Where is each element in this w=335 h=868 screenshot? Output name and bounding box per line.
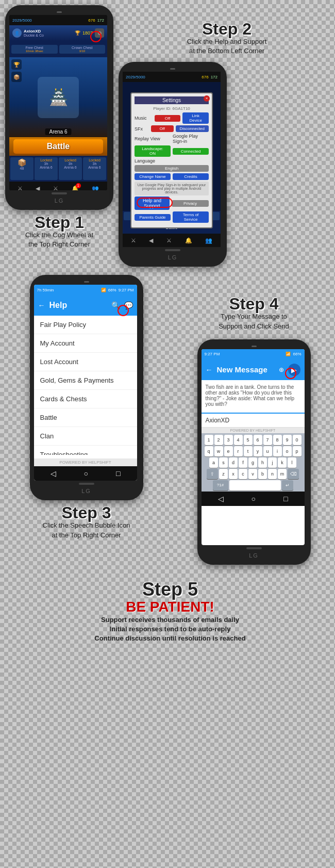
landscape-btn[interactable]: Landscape: ON [135,145,171,157]
step4-desc1: Type Your Message to [219,312,289,321]
step3-desc2: at the Top Right Corner [43,531,130,540]
key-y[interactable]: y [254,446,262,456]
settings-close-btn[interactable]: × [204,95,210,102]
step1-label-area: Step 1 Click the Cog Wheel at the Top Ri… [25,214,93,249]
back-arrow-icon[interactable]: ← [38,301,45,309]
key-q[interactable]: q [205,446,213,456]
credits-btn[interactable]: Credits [173,173,209,180]
nav-home-icon-4[interactable]: ○ [252,495,256,503]
key-t[interactable]: t [244,446,253,456]
keyboard: 1 2 3 4 5 6 7 8 9 0 q [202,433,305,492]
link-device-btn[interactable]: Link Device [182,112,209,124]
battle-button[interactable]: Battle [13,139,103,154]
nav-back-icon-4[interactable]: ◁ [218,495,224,503]
step2-number: Step 2 [119,21,335,37]
key-5[interactable]: 5 [244,435,253,445]
key-8[interactable]: 8 [273,435,282,445]
key-p[interactable]: p [293,446,301,456]
help-item-4[interactable]: Cards & Chests [34,390,137,408]
settings-player-id: Player ID: 6GA1T10 [135,106,209,111]
attach-icon[interactable]: ⊕ [279,366,284,373]
step3-desc1: Click the Speech Bubble Icon [43,521,130,530]
key-l[interactable]: l [288,457,296,468]
bubble-highlight [118,305,129,316]
step3-label-area: Step 3 Click the Speech Bubble Icon at t… [43,504,130,539]
msg-time: 9:27 PM [205,352,220,356]
key-m[interactable]: m [278,469,287,479]
key-x[interactable]: x [229,469,238,479]
privacy-btn[interactable]: Privacy [172,200,209,207]
key-c[interactable]: c [239,469,247,479]
change-name-btn[interactable]: Change Name [135,173,171,180]
key-6[interactable]: 6 [254,435,262,445]
key-j[interactable]: j [268,457,277,468]
crown-chest-label: Crown Chest [61,46,104,50]
key-2[interactable]: 2 [214,435,223,445]
key-d[interactable]: d [229,457,238,468]
key-h[interactable]: h [258,457,267,468]
key-o[interactable]: o [283,446,292,456]
phone-brand-4: LG [202,552,307,559]
facebook-btn[interactable]: Disconnected [176,125,209,132]
nav-recent-icon[interactable]: □ [116,469,120,478]
help-item-1[interactable]: My Account [34,334,137,353]
space-key[interactable] [229,480,281,490]
key-9[interactable]: 9 [283,435,292,445]
step5-desc2: Initial responses tend to be auto-reply [15,625,325,634]
name-field[interactable]: AxionXD [202,414,305,428]
key-0[interactable]: 0 [293,435,301,445]
phone-home-button-4 [246,547,262,549]
connected-btn[interactable]: Connected [173,148,209,155]
key-s[interactable]: s [219,457,228,468]
del-key[interactable]: ⌫ [288,469,299,479]
key-v[interactable]: v [248,469,257,479]
step4-desc2: Support and Click Send [219,322,289,331]
key-f[interactable]: f [239,457,247,468]
help-item-6[interactable]: Clan [34,427,137,446]
key-z[interactable]: z [219,469,228,479]
key-b[interactable]: b [258,469,267,479]
help-item-3[interactable]: Gold, Gems & Payments [34,371,137,390]
language-btn[interactable]: English [135,165,209,172]
step4-section: Step 4 Type Your Message to Support and … [173,275,335,564]
key-a[interactable]: a [209,457,218,468]
help-item-2[interactable]: Lost Account [34,353,137,371]
parents-guide-btn[interactable]: Parents Guide [135,214,171,221]
key-4[interactable]: 4 [234,435,243,445]
key-w[interactable]: w [214,446,223,456]
key-3[interactable]: 3 [224,435,233,445]
player-name: AxionXD [24,29,44,34]
sym-key[interactable]: ?1# [213,480,228,490]
step2-desc1: Click the Help and Support [119,37,335,46]
key-u[interactable]: u [263,446,272,456]
key-k[interactable]: k [278,457,287,468]
help-item-7[interactable]: Troubleshooting [34,446,137,455]
help-item-0[interactable]: Fair Play Policy [34,316,137,334]
message-input[interactable]: Two fish are in a tank. One turns to the… [202,380,305,414]
nav-recent-icon-4[interactable]: □ [283,495,288,503]
help-list: Fair Play Policy My Account Lost Account… [34,316,137,455]
sfx-off-btn[interactable]: Off [151,125,174,132]
key-g[interactable]: g [248,457,257,468]
msg-back-icon[interactable]: ← [206,366,213,374]
row2: 7h 59min 📶 66% 9:27 PM ← Help 🔍 💬 [5,275,335,564]
help-support-highlight [137,198,173,208]
key-1[interactable]: 1 [205,435,213,445]
new-message-title: New Message [217,365,275,374]
shift-key[interactable]: ⇧ [207,469,218,479]
key-i[interactable]: i [273,446,282,456]
key-e[interactable]: e [224,446,233,456]
key-r[interactable]: r [234,446,243,456]
key-7[interactable]: 7 [263,435,272,445]
phone4-screen: 9:27 PM 📶 66% ← New Message ⊕ ▶ [202,349,305,545]
step3-number: Step 3 [43,504,130,521]
key-n[interactable]: n [268,469,277,479]
music-off-btn[interactable]: Off [155,115,181,122]
help-item-5[interactable]: Battle [34,408,137,427]
step1-section: 2029/5000 676 172 👤 Ax [5,5,113,267]
terms-btn[interactable]: Terms of Service [173,211,209,223]
nav-back-icon[interactable]: ◁ [51,469,56,478]
google-play-text: Use Google Play Sign-in to safeguard you… [135,182,209,195]
nav-home-icon[interactable]: ○ [84,469,88,478]
return-key[interactable]: ↵ [282,480,293,490]
